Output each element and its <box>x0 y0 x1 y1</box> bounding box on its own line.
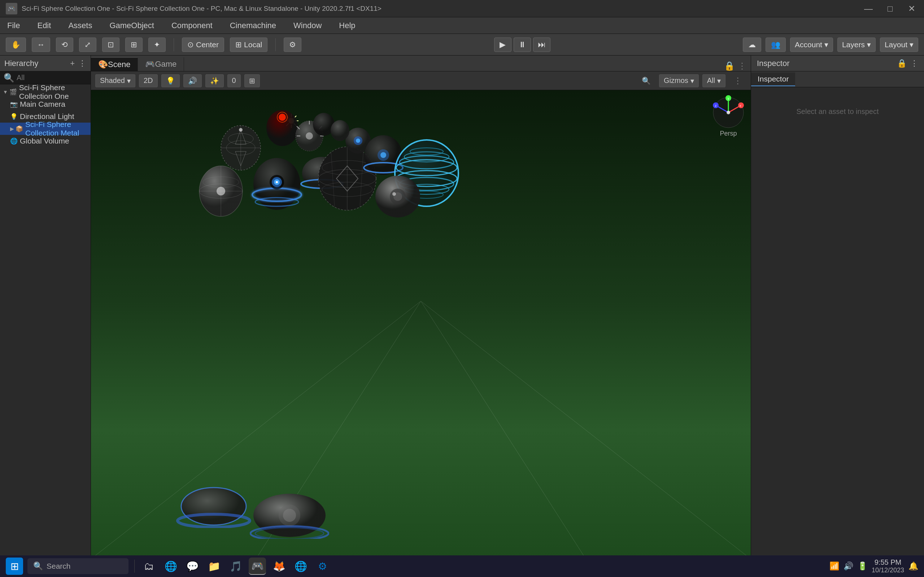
scene-panel: 🎨 Scene 🎮 Game 🔒 ⋮ Shaded ▾ 2D <box>91 56 751 559</box>
space-local-button[interactable]: ⊞ Local <box>230 37 267 52</box>
inspector-title: Inspector <box>757 59 790 68</box>
volume-icon[interactable]: 🔊 <box>843 561 853 571</box>
taskbar-icon-chrome[interactable]: 🌐 <box>292 558 309 575</box>
scene-view-toggle[interactable]: 0 <box>228 74 241 87</box>
taskbar-icon-vscode[interactable]: ⚙ <box>313 558 331 575</box>
account-dropdown[interactable]: Account ▾ <box>790 37 833 52</box>
inspector-lock-icon[interactable]: 🔒 <box>897 59 907 68</box>
transform-tool[interactable]: ⊞ <box>125 37 142 52</box>
scene-tabs: 🎨 Scene 🎮 Game 🔒 ⋮ <box>91 56 751 71</box>
start-button[interactable]: ⊞ <box>6 558 23 575</box>
sphere-neon-center <box>250 155 304 215</box>
expand-arrow: ▶ <box>10 126 14 132</box>
grid-toggle[interactable]: ⊞ <box>244 74 260 87</box>
svg-point-99 <box>727 111 730 114</box>
scene-menu-icon[interactable]: ⋮ <box>738 61 746 71</box>
hierarchy-menu-button[interactable]: ⋮ <box>78 59 86 68</box>
hand-tool[interactable]: ✋ <box>6 37 26 52</box>
notification-icon[interactable]: 🔔 <box>908 561 918 571</box>
fx-toggle[interactable]: ✨ <box>205 74 224 87</box>
space-icon: ⊞ <box>235 40 242 49</box>
custom-tool[interactable]: ✦ <box>149 37 166 52</box>
hierarchy-item-label: Sci-Fi Sphere Collection One <box>19 84 88 101</box>
rect-tool[interactable]: ⊡ <box>102 37 120 52</box>
menu-edit[interactable]: Edit <box>34 19 54 32</box>
chevron-down-icon: ▾ <box>824 40 828 49</box>
inspector-menu-icon[interactable]: ⋮ <box>910 59 918 68</box>
step-button[interactable]: ⏭ <box>533 37 551 52</box>
svg-point-40 <box>279 114 286 121</box>
scene-viewport[interactable]: x y z Persp <box>91 90 751 559</box>
play-controls: ▶ ⏸ ⏭ <box>494 37 551 52</box>
network-icon[interactable]: 📶 <box>829 561 839 571</box>
audio-toggle[interactable]: 🔊 <box>183 74 202 87</box>
shading-dropdown[interactable]: Shaded ▾ <box>95 74 135 87</box>
search-scene-button[interactable]: 🔍 <box>637 74 656 87</box>
lights-toggle[interactable]: 💡 <box>162 74 180 87</box>
layout-dropdown[interactable]: Layout ▾ <box>880 37 918 52</box>
taskbar-icon-edge[interactable]: 🌐 <box>162 558 179 575</box>
inspector-empty: Select an asset to inspect <box>757 108 918 116</box>
window-controls[interactable]: — □ ✕ <box>862 2 918 15</box>
close-button[interactable]: ✕ <box>905 2 918 15</box>
main-layout: Hierarchy + ⋮ 🔍 ▼ 🎬 Sci-Fi Sphere Collec… <box>0 56 924 559</box>
menu-file[interactable]: File <box>4 19 23 32</box>
svg-text:y: y <box>728 97 729 100</box>
play-button[interactable]: ▶ <box>494 37 512 52</box>
menu-gameobject[interactable]: GameObject <box>107 19 157 32</box>
window-title: Sci-Fi Sphere Collection One - Sci-Fi Sp… <box>22 5 381 13</box>
cloud-icon[interactable]: ☁ <box>743 37 761 52</box>
taskbar-search[interactable]: 🔍 Search <box>27 558 129 574</box>
scene-lock-icon[interactable]: 🔒 <box>724 61 735 71</box>
sphere-dark-center <box>250 492 329 541</box>
scene-options-icon[interactable]: ⋮ <box>733 76 742 86</box>
menu-help[interactable]: Help <box>336 19 358 32</box>
toolbar: ✋ ↔ ⟲ ⤢ ⊡ ⊞ ✦ ⊙ Center ⊞ Local ⚙ ▶ ⏸ ⏭ ☁… <box>0 34 924 56</box>
hierarchy-item-scene[interactable]: ▼ 🎬 Sci-Fi Sphere Collection One <box>0 86 90 98</box>
camera-icon: 📷 <box>10 101 18 108</box>
tab-inspector[interactable]: Inspector <box>751 73 795 86</box>
scene-toolbar: Shaded ▾ 2D 💡 🔊 ✨ 0 ⊞ 🔍 <box>91 71 751 90</box>
clock-widget[interactable]: 9:55 PM 10/12/2023 <box>872 558 904 574</box>
layers-dropdown[interactable]: Layers ▾ <box>837 37 876 52</box>
taskbar-icon-chat[interactable]: 💬 <box>184 558 201 575</box>
hierarchy-add-button[interactable]: + <box>70 59 75 68</box>
menu-assets[interactable]: Assets <box>65 19 95 32</box>
taskbar-icon-firefox[interactable]: 🦊 <box>270 558 288 575</box>
pivot-center-button[interactable]: ⊙ Center <box>182 37 224 52</box>
move-tool[interactable]: ↔ <box>32 37 50 52</box>
hierarchy-search-input[interactable] <box>16 74 87 82</box>
tab-game[interactable]: 🎮 Game <box>138 57 184 71</box>
pause-button[interactable]: ⏸ <box>514 37 531 52</box>
svg-point-68 <box>356 139 360 143</box>
2d-toggle[interactable]: 2D <box>139 74 158 87</box>
audio-icon: 🔊 <box>188 76 197 85</box>
minimize-button[interactable]: — <box>862 2 875 15</box>
hierarchy-search-bar[interactable]: 🔍 <box>0 71 90 84</box>
date-display: 10/12/2023 <box>872 567 904 574</box>
gizmos-dropdown[interactable]: Gizmos ▾ <box>659 74 699 87</box>
unity-icon: 🎮 <box>251 560 264 572</box>
expand-arrow: ▼ <box>3 89 8 95</box>
menu-window[interactable]: Window <box>291 19 325 32</box>
maximize-button[interactable]: □ <box>884 2 897 15</box>
taskbar-icon-music[interactable]: 🎵 <box>227 558 244 575</box>
taskbar-icon-files[interactable]: 📁 <box>205 558 223 575</box>
scale-tool[interactable]: ⤢ <box>79 37 96 52</box>
hierarchy-item-collection[interactable]: ▶ 📦 Sci-Fi Sphere Collection Metal <box>0 122 90 135</box>
menu-cinemachine[interactable]: Cinemachine <box>227 19 279 32</box>
svg-point-46 <box>283 509 296 522</box>
nav-gizmo: x y z Persp <box>710 95 746 131</box>
search-icon: 🔍 <box>3 73 15 83</box>
menu-component[interactable]: Component <box>168 19 215 32</box>
all-dropdown[interactable]: All ▾ <box>703 74 725 87</box>
taskbar-icon-unity[interactable]: 🎮 <box>249 558 266 575</box>
taskbar-icon-explorer[interactable]: 🗂 <box>141 558 158 575</box>
edge-icon: 🌐 <box>165 561 177 572</box>
extra-tools[interactable]: ⚙ <box>284 37 301 52</box>
rotate-tool[interactable]: ⟲ <box>56 37 73 52</box>
shading-label: Shaded <box>100 76 125 85</box>
tab-scene[interactable]: 🎨 Scene <box>91 57 138 71</box>
collab-icon[interactable]: 👥 <box>766 37 786 52</box>
battery-icon[interactable]: 🔋 <box>858 561 867 571</box>
